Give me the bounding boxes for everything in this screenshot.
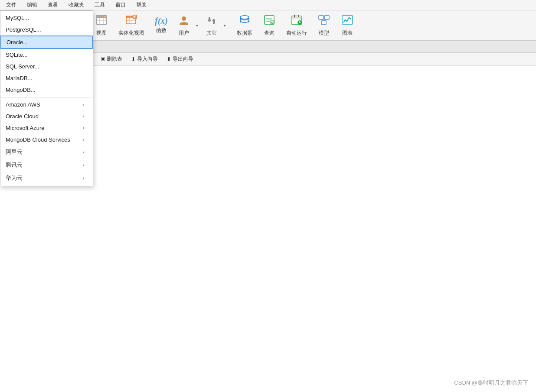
delete-table-icon: ✖ <box>101 56 105 62</box>
dropdown-oracle-cloud-arrow: › <box>83 114 84 119</box>
dropdown-amazon-arrow: › <box>83 102 84 107</box>
materialized-view-button[interactable]: ↺ 实体化视图 <box>114 12 149 39</box>
model-button[interactable]: 模型 <box>313 12 335 39</box>
materialized-view-label: 实体化视图 <box>118 29 144 37</box>
dropdown-mysql[interactable]: MySQL... <box>0 12 93 24</box>
view-button[interactable]: 视图 <box>90 12 113 39</box>
dropdown-sqlserver[interactable]: SQL Server... <box>0 61 93 72</box>
connect-dropdown: MySQL... PostgreSQL... Oracle... SQLite.… <box>0 10 93 186</box>
dropdown-postgresql[interactable]: PostgreSQL... <box>0 24 93 36</box>
watermark: CSDN @秦时明月之君临天下 <box>454 379 528 387</box>
svg-point-36 <box>240 16 249 19</box>
svg-rect-50 <box>324 16 329 19</box>
dropdown-mongodb[interactable]: MongoDB... <box>0 84 93 96</box>
user-button[interactable]: 用户 <box>173 12 194 39</box>
other-icon <box>206 14 218 28</box>
user-label: 用户 <box>179 29 189 37</box>
dropdown-aliyun[interactable]: 阿里云 › <box>0 146 93 159</box>
other-button-group: 其它 ▾ <box>201 12 228 39</box>
schedule-label: 自动运行 <box>286 29 307 37</box>
svg-point-57 <box>349 17 350 19</box>
delete-table-button[interactable]: ✖ 删除表 <box>97 54 126 65</box>
view-icon <box>95 14 108 28</box>
dropdown-tencent-arrow: › <box>83 163 84 168</box>
chart-icon <box>341 14 353 28</box>
schedule-icon <box>291 14 303 28</box>
user-arrow[interactable]: ▾ <box>194 12 200 39</box>
model-label: 模型 <box>319 29 329 37</box>
chart-label: 图表 <box>342 29 353 37</box>
dropdown-microsoft-azure[interactable]: Microsoft Azure › <box>0 122 93 134</box>
sep3 <box>230 14 230 37</box>
other-button[interactable]: 其它 <box>201 12 222 39</box>
export-wizard-icon: ⬆ <box>167 56 171 62</box>
export-wizard-label: 导出向导 <box>173 55 193 63</box>
datasource-label: 数据泵 <box>237 29 252 37</box>
svg-point-56 <box>346 21 348 22</box>
dropdown-tencent-cloud[interactable]: 腾讯云 › <box>0 159 93 172</box>
menu-tools[interactable]: 工具 <box>92 0 108 10</box>
other-arrow[interactable]: ▾ <box>222 12 228 39</box>
user-icon <box>178 14 190 28</box>
datasource-button[interactable]: 数据泵 <box>232 12 257 39</box>
dropdown-amazon-aws[interactable]: Amazon AWS › <box>0 99 93 110</box>
model-icon <box>318 14 330 28</box>
query-icon <box>263 14 275 28</box>
query-label: 查询 <box>264 29 275 37</box>
dropdown-sqlite[interactable]: SQLite... <box>0 49 93 61</box>
chart-button[interactable]: 图表 <box>336 12 359 39</box>
menu-help[interactable]: 帮助 <box>134 0 149 10</box>
menu-edit[interactable]: 编辑 <box>24 0 40 10</box>
dropdown-sep <box>0 97 93 97</box>
view-label: 视图 <box>96 29 107 37</box>
menu-view[interactable]: 查看 <box>45 0 61 10</box>
dropdown-mongodb-cloud[interactable]: MongoDB Cloud Services › <box>0 134 93 146</box>
import-wizard-button[interactable]: ⬇ 导入向导 <box>127 54 162 65</box>
menu-file[interactable]: 文件 <box>3 0 19 10</box>
function-icon: f(x) <box>155 16 168 25</box>
svg-rect-51 <box>321 21 326 25</box>
dropdown-huawei-cloud[interactable]: 华为云 › <box>0 172 93 185</box>
dropdown-azure-arrow: › <box>83 126 84 130</box>
menu-favorites[interactable]: 收藏夹 <box>66 0 87 10</box>
svg-point-55 <box>345 19 346 21</box>
dropdown-mongodb-cloud-arrow: › <box>83 137 84 142</box>
svg-rect-34 <box>209 17 210 20</box>
other-label: 其它 <box>206 29 217 37</box>
materialized-view-icon: ↺ <box>125 14 137 28</box>
dropdown-mariadb[interactable]: MariaDB... <box>0 72 93 84</box>
import-wizard-icon: ⬇ <box>131 56 136 62</box>
menu-window[interactable]: 窗口 <box>113 0 128 10</box>
dropdown-huawei-arrow: › <box>83 176 84 181</box>
svg-rect-35 <box>213 20 215 24</box>
dropdown-oracle[interactable]: Oracle... <box>0 36 93 49</box>
dropdown-aliyun-arrow: › <box>83 150 84 155</box>
import-wizard-label: 导入向导 <box>137 55 158 63</box>
schedule-button[interactable]: 自动运行 <box>281 12 312 39</box>
export-wizard-button[interactable]: ⬆ 导出向导 <box>163 54 197 65</box>
dropdown-oracle-cloud[interactable]: Oracle Cloud › <box>0 110 93 122</box>
query-button[interactable]: 查询 <box>258 12 281 39</box>
function-label: 函数 <box>156 27 167 34</box>
user-button-group: 用户 ▾ <box>173 12 200 39</box>
datasource-icon <box>239 14 251 28</box>
delete-table-label: 删除表 <box>107 55 122 63</box>
svg-text:↺: ↺ <box>134 16 136 19</box>
svg-rect-49 <box>319 16 324 19</box>
function-button[interactable]: f(x) 函数 <box>150 12 173 39</box>
svg-point-31 <box>182 16 186 21</box>
menu-bar: 文件 编辑 查看 收藏夹 工具 窗口 帮助 <box>0 0 536 10</box>
svg-rect-45 <box>292 16 301 19</box>
